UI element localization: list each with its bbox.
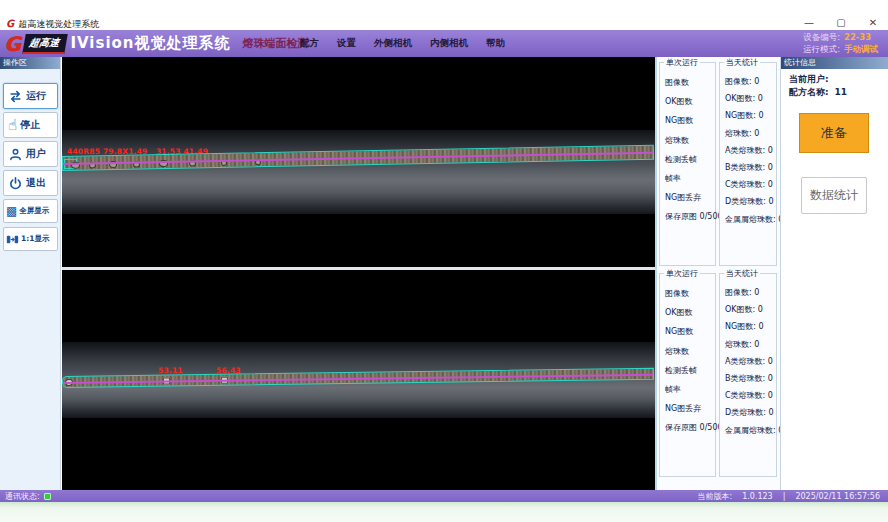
- device-info: 设备编号:22-33 运行模式:手动调试: [796, 32, 878, 55]
- close-button[interactable]: ✕: [864, 16, 882, 30]
- recipe-name-value: 11: [835, 87, 848, 97]
- stat-row: A类熔珠数: 0: [725, 353, 776, 370]
- stat-row: 图像数: 0: [725, 284, 776, 301]
- comm-status-label: 通讯状态:: [5, 491, 40, 502]
- run-mode-label: 运行模式:: [796, 44, 840, 56]
- comm-status-indicator: [44, 493, 51, 500]
- stat-row: OK图数: [665, 303, 715, 322]
- stat-row: 保存原图 0/500: [665, 418, 715, 437]
- bead-blob: [109, 161, 117, 168]
- stat-row: A类熔珠数: 0: [725, 142, 776, 159]
- stat-row: 帧率: [665, 380, 715, 399]
- run-cycle-icon: [8, 89, 23, 104]
- datetime-value: 2025/02/11 16:57:56: [795, 492, 880, 501]
- power-icon: [8, 176, 23, 191]
- single-run-groupbox: 单次运行 图像数 OK图数 NG图数 熔珠数 检测丢帧 帧率 NG图丢弃 保存原…: [659, 62, 716, 266]
- groupbox-title: 单次运行: [664, 268, 700, 279]
- stat-row: NG图数: [665, 322, 715, 341]
- minimize-button[interactable]: —: [800, 16, 818, 30]
- daily-stats-groupbox: 当天统计 图像数: 0 OK图数: 0 NG图数: 0 熔珠数: 0 A类熔珠数…: [719, 62, 777, 266]
- device-id-value: 22-33: [844, 32, 871, 42]
- stat-row: 金属屑熔珠数: 0: [725, 211, 776, 228]
- stat-row: C类熔珠数: 0: [725, 176, 776, 193]
- stop-button[interactable]: ☝ 停止: [3, 112, 58, 138]
- menu-outer-camera[interactable]: 外侧相机: [374, 37, 412, 50]
- one-to-one-icon: [6, 233, 19, 246]
- stat-row: B类熔珠数: 0: [725, 159, 776, 176]
- stat-row: B类熔珠数: 0: [725, 370, 776, 387]
- outer-camera-view[interactable]: 440R85 79.8X1.49 31.53 41.49: [62, 57, 655, 267]
- window-title: 超高速视觉处理系统: [18, 18, 99, 31]
- user-button[interactable]: 用户: [3, 141, 58, 167]
- inner-camera-view[interactable]: 53.11 56.43: [62, 270, 655, 490]
- stat-row: 检测丢帧: [665, 361, 715, 380]
- brand-logo-icon: G: [6, 19, 14, 29]
- stat-row: NG图数: [665, 111, 715, 130]
- bead-blob: [189, 160, 196, 166]
- menubar: 配方 设置 外侧相机 内侧相机 帮助: [300, 30, 505, 57]
- stat-row: OK图数: 0: [725, 90, 776, 107]
- status-separator: |: [783, 492, 786, 501]
- stat-row: 金属屑熔珠数: 0: [725, 422, 776, 439]
- run-mode-value: 手动调试: [844, 44, 878, 54]
- brand-logo-icon: G: [4, 34, 20, 54]
- groupbox-title: 单次运行: [664, 57, 700, 68]
- app-header: G 超高速 IVision视觉处理系统 熔珠端面检测 配方 设置 外侧相机 内侧…: [0, 30, 888, 57]
- bead-blob: [255, 159, 261, 165]
- stat-row: OK图数: [665, 92, 715, 111]
- desktop-strip: [0, 502, 888, 522]
- recipe-name-row: 配方名称:11: [789, 86, 847, 99]
- stat-row: D类熔珠数: 0: [725, 404, 776, 421]
- menu-settings[interactable]: 设置: [337, 37, 356, 50]
- operation-section-header: 操作区: [0, 57, 60, 69]
- run-button[interactable]: 运行: [3, 83, 58, 109]
- splitter-handle[interactable]: [655, 57, 657, 490]
- data-statistics-button[interactable]: 数据统计: [801, 177, 867, 214]
- stat-row: NG图数: 0: [725, 107, 776, 124]
- current-user-label: 当前用户:: [789, 74, 829, 84]
- camera-display-area: 440R85 79.8X1.49 31.53 41.49 53.11 56.43: [62, 57, 655, 490]
- single-run-groupbox: 单次运行 图像数 OK图数 NG图数 熔珠数 检测丢帧 帧率 NG图丢弃 保存原…: [659, 273, 716, 477]
- operation-sidebar: 操作区 运行 ☝ 停止 用户: [0, 57, 61, 490]
- stat-row: OK图数: 0: [725, 301, 776, 318]
- current-user-row: 当前用户:: [789, 73, 835, 86]
- app-title: IVision视觉处理系统: [70, 34, 230, 53]
- daily-stats-groupbox: 当天统计 图像数: 0 OK图数: 0 NG图数: 0 熔珠数: 0 A类熔珠数…: [719, 273, 777, 477]
- menu-recipe[interactable]: 配方: [300, 37, 319, 50]
- stat-row: D类熔珠数: 0: [725, 193, 776, 210]
- stat-row: 保存原图 0/500: [665, 207, 715, 226]
- brand: G 超高速 IVision视觉处理系统 熔珠端面检测: [4, 32, 309, 55]
- feature-marker: [221, 377, 228, 384]
- menu-inner-camera[interactable]: 内侧相机: [430, 37, 468, 50]
- device-id-label: 设备编号:: [796, 32, 840, 44]
- stat-row: 熔珠数: 0: [725, 336, 776, 353]
- titlebar: G 超高速视觉处理系统 — ▢ ✕: [0, 0, 888, 30]
- recipe-name-label: 配方名称:: [789, 87, 829, 97]
- stat-row: 熔珠数: [665, 131, 715, 150]
- application-window: G 超高速视觉处理系统 — ▢ ✕ G 超高速 IVision视觉处理系统 熔珠…: [0, 0, 888, 522]
- stat-row: 熔珠数: 0: [725, 125, 776, 142]
- fullscreen-grid-icon: ▩: [6, 205, 17, 217]
- image-band: [62, 130, 655, 214]
- exit-button[interactable]: 退出: [3, 170, 58, 196]
- status-bar: 通讯状态: 当前版本: 1.0.123 | 2025/02/11 16:57:5…: [0, 490, 888, 502]
- bead-blob: [65, 379, 73, 386]
- bead-blob: [89, 162, 96, 168]
- info-section-header: 统计信息: [781, 57, 888, 69]
- fullscreen-button[interactable]: ▩ 全屏显示: [3, 199, 58, 223]
- stat-row: NG图丢弃: [665, 188, 715, 207]
- stat-row: 图像数: [665, 284, 715, 303]
- statistics-column: 单次运行 图像数 OK图数 NG图数 熔珠数 检测丢帧 帧率 NG图丢弃 保存原…: [655, 57, 780, 490]
- bead-blob: [71, 162, 80, 169]
- hand-stop-icon: ☝: [8, 118, 17, 133]
- stat-row: NG图数: 0: [725, 318, 776, 335]
- brand-badge: 超高速: [23, 34, 69, 54]
- version-value: 1.0.123: [742, 492, 773, 501]
- bead-blob: [221, 160, 227, 166]
- prepare-button[interactable]: 准备: [799, 113, 869, 153]
- groupbox-title: 当天统计: [724, 268, 760, 279]
- menu-help[interactable]: 帮助: [486, 37, 505, 50]
- maximize-button[interactable]: ▢: [832, 16, 850, 30]
- one-to-one-button[interactable]: 1:1显示: [3, 227, 58, 251]
- stat-row: 图像数: [665, 73, 715, 92]
